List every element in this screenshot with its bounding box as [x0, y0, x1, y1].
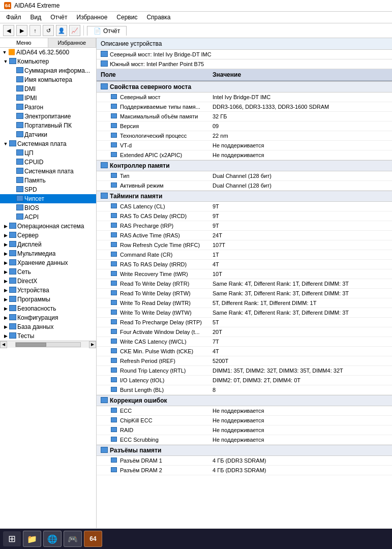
- sidebar-item-network[interactable]: ▶Сеть: [0, 267, 96, 277]
- menu-favorites[interactable]: Избранное: [73, 13, 112, 22]
- tree-label-chipset: Чипсет: [24, 195, 44, 202]
- chart-button[interactable]: 📈: [69, 25, 80, 36]
- sidebar-item-dmi[interactable]: DMI: [0, 84, 96, 94]
- sidebar-item-motherboard[interactable]: ▼Системная плата: [0, 139, 96, 148]
- field-text: Round Trip Latency (tRTL): [120, 368, 186, 374]
- scroll-thumb[interactable]: [16, 343, 46, 347]
- sidebar-item-spd[interactable]: SPD: [0, 185, 96, 194]
- back-button[interactable]: ◀: [3, 25, 14, 36]
- field-text: Write To Write Delay (tWTW): [120, 310, 192, 316]
- table-row: CKE Min. Pulse Width (tCKE)4T: [97, 347, 392, 356]
- row-icon: [111, 243, 118, 248]
- section-icon-memory_controller: [101, 162, 108, 169]
- tree-label-computer: Компьютер: [17, 58, 49, 65]
- taskbar-app-aida[interactable]: 64: [84, 531, 102, 547]
- menu-help[interactable]: Справка: [142, 13, 174, 22]
- sidebar-item-sensors[interactable]: Датчики: [0, 130, 96, 139]
- tree-icon-power: [16, 113, 24, 120]
- field-text: Burst Length (BL): [120, 387, 164, 393]
- user-button[interactable]: 👤: [56, 25, 67, 36]
- menu-service[interactable]: Сервис: [112, 13, 141, 22]
- field-cell: CAS Latency (CL): [97, 202, 208, 210]
- forward-button[interactable]: ▶: [16, 25, 27, 36]
- sidebar-item-software[interactable]: ▶Программы: [0, 295, 96, 304]
- sidebar-item-multimedia[interactable]: ▶Мультимедиа: [0, 249, 96, 258]
- field-text: ECC: [120, 408, 132, 414]
- scroll-left-btn[interactable]: ◀: [0, 341, 7, 348]
- row-icon: [111, 262, 118, 267]
- main-layout: Меню Избранное ▼ 🟧 AIDA64 v6.32.5600 ▼Ко…: [0, 38, 392, 528]
- sidebar-item-overclock[interactable]: Разгон: [0, 103, 96, 112]
- breadcrumb-text: Южный мост: Intel Panther Point B75: [110, 61, 204, 67]
- tree-icon-cpuid: [16, 159, 24, 166]
- field-cell: Северный мост: [97, 93, 208, 101]
- sidebar-item-config[interactable]: ▶Конфигурация: [0, 313, 96, 322]
- sidebar-item-ipmi[interactable]: IPMI: [0, 94, 96, 103]
- sidebar-item-display[interactable]: ▶Дисплей: [0, 240, 96, 249]
- sidebar-item-chipset[interactable]: Чипсет: [0, 194, 96, 203]
- taskbar-app-game[interactable]: 🎮: [64, 531, 82, 547]
- refresh-button[interactable]: ↺: [43, 25, 54, 36]
- field-text: RAS Active Time (tRAS): [120, 232, 180, 238]
- breadcrumb-text: Северный мост: Intel Ivy Bridge-DT IMC: [110, 51, 212, 57]
- sidebar-item-power[interactable]: Электропитание: [0, 112, 96, 121]
- sidebar-item-tests[interactable]: ▶Тесты: [0, 331, 96, 341]
- table-row: Burst Length (BL)8: [97, 385, 392, 395]
- row-icon: [111, 105, 118, 110]
- sidebar-item-computer[interactable]: ▼Компьютер: [0, 57, 96, 66]
- tree-icon-cpu: [16, 149, 24, 157]
- taskbar-app-browser[interactable]: 🌐: [43, 531, 62, 547]
- sidebar-item-security[interactable]: ▶Безопасность: [0, 304, 96, 313]
- scroll-right-btn[interactable]: ▶: [89, 341, 96, 348]
- sidebar-tab-favorites[interactable]: Избранное: [48, 38, 97, 47]
- table-row: I/O Latency (tIOL)DIMM2: 0T, DIMM3: 2T, …: [97, 376, 392, 385]
- sidebar-item-database[interactable]: ▶База данных: [0, 322, 96, 331]
- sidebar-item-cpu[interactable]: ЦП: [0, 148, 96, 158]
- value-cell: 4T: [208, 347, 392, 355]
- table-row: ChipKill ECCНе поддерживается: [97, 416, 392, 425]
- sidebar-item-memory[interactable]: Память: [0, 176, 96, 185]
- tree-label-devices: Устройства: [17, 287, 49, 294]
- taskbar-app-files[interactable]: 📁: [23, 531, 41, 547]
- start-button[interactable]: ⊞: [3, 531, 21, 546]
- menu-view[interactable]: Вид: [26, 13, 46, 22]
- sidebar-item-acpi[interactable]: ACPI: [0, 212, 96, 222]
- tree-icon-memory: [16, 177, 24, 184]
- menu-file[interactable]: Файл: [2, 13, 25, 22]
- row-icon: [111, 340, 118, 345]
- tree-label-portable: Портативный ПК: [24, 122, 72, 129]
- tree-label-tests: Тесты: [17, 332, 34, 340]
- row-icon: [111, 359, 118, 364]
- value-cell: 22 nm: [208, 132, 392, 140]
- scroll-track[interactable]: [15, 342, 81, 347]
- sidebar-item-compname[interactable]: Имя компьютера: [0, 75, 96, 84]
- sidebar-item-server[interactable]: ▶Сервер: [0, 231, 96, 240]
- breadcrumb-row: Северный мост: Intel Ivy Bridge-DT IMC: [97, 50, 392, 59]
- sidebar-tab-menu[interactable]: Меню: [0, 38, 48, 47]
- up-button[interactable]: ↑: [29, 25, 41, 36]
- report-tab[interactable]: 📄 Отчёт: [87, 26, 127, 36]
- sidebar-item-summary[interactable]: Суммарная информа...: [0, 66, 96, 75]
- sidebar-item-directx[interactable]: ▶DirectX: [0, 277, 96, 286]
- sidebar-item-portable[interactable]: Портативный ПК: [0, 121, 96, 130]
- table-row: Read To Precharge Delay (tRTP)5T: [97, 318, 392, 327]
- sidebar-item-bios[interactable]: BIOS: [0, 203, 96, 212]
- sidebar-item-storage[interactable]: ▶Хранение данных: [0, 258, 96, 267]
- sidebar-item-sysboard[interactable]: Системная плата: [0, 167, 96, 176]
- tree-label-storage: Хранение данных: [17, 259, 68, 266]
- aida-icon: 🟧: [8, 49, 16, 56]
- tree-label-os: Операционная система: [17, 223, 84, 230]
- window-title: AIDA64 Extreme: [14, 2, 59, 9]
- row-icon: [111, 282, 118, 287]
- value-cell: Dual Channel (128 бит): [208, 172, 392, 180]
- sidebar-item-os[interactable]: ▶Операционная система: [0, 222, 96, 231]
- field-text: Read To Write Delay (tRTR): [120, 281, 189, 287]
- sidebar-scrollbar[interactable]: ◀ ▶: [0, 341, 96, 348]
- row-icon: [111, 124, 118, 129]
- sidebar-item-cpuid[interactable]: CPUID: [0, 158, 96, 167]
- menu-report[interactable]: Отчёт: [46, 13, 71, 22]
- tree-icon-compname: [16, 76, 24, 83]
- section-icon-north_bridge_props: [101, 83, 108, 90]
- sidebar-item-devices[interactable]: ▶Устройства: [0, 286, 96, 295]
- tree-label-cpuid: CPUID: [24, 159, 43, 166]
